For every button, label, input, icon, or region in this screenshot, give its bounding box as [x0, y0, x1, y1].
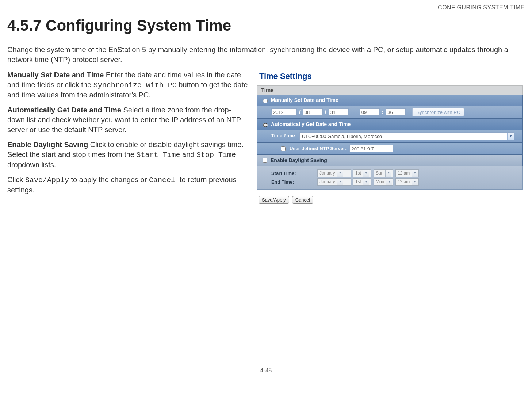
timezone-select[interactable]: UTC+00:00 Gambia, Liberia, Morocco ▼	[299, 132, 514, 140]
code-save-apply: Save/Apply	[25, 176, 69, 184]
section-heading: 4.5.7 Configuring System Time	[7, 15, 525, 36]
slash: /	[325, 109, 326, 116]
dls-body: Start Time: January▼ 1st▼ Sun▼ 12 am▼ En…	[257, 166, 523, 190]
day-input[interactable]	[329, 108, 349, 116]
minute-input[interactable]	[386, 108, 406, 116]
cancel-button[interactable]: Cancel	[292, 196, 313, 204]
end-date-select[interactable]: 1st▼	[353, 178, 371, 186]
timezone-row: Time Zone: UTC+00:00 Gambia, Liberia, Mo…	[257, 130, 523, 143]
dls-label: Enable Daylight Saving	[271, 157, 327, 164]
description-column: Manually Set Date and Time Enter the dat…	[7, 70, 248, 200]
start-hour-select[interactable]: 12 am▼	[395, 169, 419, 177]
time-settings-panel: Time Settings Time Manually Set Date and…	[257, 71, 525, 206]
chevron-down-icon: ▼	[385, 170, 391, 177]
end-month-value: January	[318, 179, 337, 185]
running-header: CONFIGURING SYSTEM TIME	[7, 4, 525, 12]
lead-manual: Manually Set Date and Time	[7, 71, 104, 79]
lead-dls: Enable Daylight Saving	[7, 141, 88, 149]
enable-daylight-saving-checkbox[interactable]	[263, 158, 267, 163]
end-month-select[interactable]: January▼	[317, 178, 351, 186]
end-day-select[interactable]: Mon▼	[374, 178, 393, 186]
chevron-down-icon: ▼	[412, 179, 418, 185]
start-month-select[interactable]: January▼	[317, 169, 351, 177]
text: to apply the changes or	[69, 176, 149, 184]
dls-end-row: End Time: January▼ 1st▼ Mon▼ 12 am▼	[271, 178, 518, 186]
timezone-label: Time Zone:	[271, 133, 296, 138]
code-stop-time: Stop Time	[196, 151, 236, 159]
chevron-down-icon: ▼	[337, 170, 343, 177]
text: dropdown lists.	[7, 161, 56, 169]
manual-time-row: Manually Set Date and Time	[257, 95, 523, 106]
para-manual: Manually Set Date and Time Enter the dat…	[7, 70, 248, 100]
ntp-row: User defined NTP Server:	[257, 143, 523, 155]
colon: :	[382, 109, 384, 116]
year-input[interactable]	[271, 108, 297, 116]
end-day-value: Mon	[374, 179, 386, 185]
start-time-label: Start Time:	[271, 170, 315, 177]
start-date-value: 1st	[353, 170, 363, 177]
end-time-label: End Time:	[271, 179, 315, 185]
chevron-down-icon: ▼	[412, 170, 418, 177]
synchronize-with-pc-button[interactable]: Synchronize with PC	[412, 108, 464, 116]
auto-time-label: Automatically Get Date and Time	[271, 121, 351, 128]
action-buttons: Save/Apply Cancel	[259, 196, 523, 204]
month-input[interactable]	[303, 108, 323, 116]
save-apply-button[interactable]: Save/Apply	[259, 196, 289, 204]
text: and	[180, 150, 196, 158]
ntp-server-input[interactable]	[349, 145, 393, 152]
para-dls: Enable Daylight Saving Click to enable o…	[7, 140, 248, 170]
para-auto: Automatically Get Date and Time Select a…	[7, 105, 248, 135]
manual-time-label: Manually Set Date and Time	[271, 97, 338, 104]
end-date-value: 1st	[353, 179, 363, 185]
auto-time-row: Automatically Get Date and Time	[257, 119, 523, 130]
page-number: 4-45	[7, 367, 525, 375]
dls-start-row: Start Time: January▼ 1st▼ Sun▼ 12 am▼	[271, 169, 518, 177]
intro-paragraph: Change the system time of the EnStation …	[7, 45, 525, 65]
code-cancel: Cancel	[149, 176, 180, 184]
slash: /	[299, 109, 301, 116]
manual-time-radio[interactable]	[263, 99, 268, 103]
timezone-value: UTC+00:00 Gambia, Liberia, Morocco	[300, 133, 507, 140]
start-date-select[interactable]: 1st▼	[353, 169, 371, 177]
end-hour-select[interactable]: 12 am▼	[395, 178, 419, 186]
para-save: Click Save/Apply to apply the changes or…	[7, 175, 248, 195]
end-hour-value: 12 am	[396, 179, 412, 185]
hour-input[interactable]	[360, 108, 380, 116]
text: Click	[7, 176, 25, 184]
start-month-value: January	[318, 170, 337, 177]
code-sync: Synchronize with PC	[93, 81, 177, 89]
dls-row: Enable Daylight Saving	[257, 155, 523, 166]
chevron-down-icon: ▼	[363, 179, 369, 185]
manual-time-inputs: / / : Synchronize with PC	[257, 106, 523, 119]
chevron-down-icon: ▼	[337, 179, 343, 185]
chevron-down-icon: ▼	[363, 170, 369, 177]
code-start-time: Start Time	[137, 151, 180, 159]
ntp-label: User defined NTP Server:	[290, 145, 347, 152]
start-day-select[interactable]: Sun▼	[374, 169, 393, 177]
auto-time-radio[interactable]	[263, 123, 268, 127]
chevron-down-icon: ▼	[386, 179, 392, 185]
panel-title: Time Settings	[259, 71, 523, 82]
time-section-header: Time	[257, 85, 523, 95]
start-day-value: Sun	[374, 170, 385, 177]
chevron-down-icon: ▼	[507, 133, 514, 140]
start-hour-value: 12 am	[396, 170, 412, 177]
lead-auto: Automatically Get Date and Time	[7, 106, 121, 114]
user-defined-ntp-checkbox[interactable]	[281, 146, 286, 151]
